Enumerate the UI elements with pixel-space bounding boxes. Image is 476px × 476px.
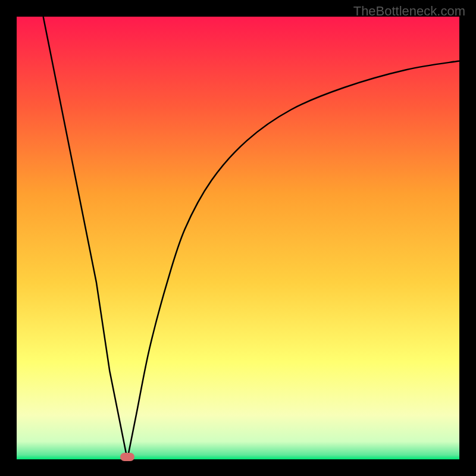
curve-right-branch: [127, 61, 459, 459]
curve-left-branch: [43, 17, 127, 459]
watermark-text: TheBottleneck.com: [353, 4, 465, 19]
minimum-marker: [120, 453, 134, 461]
chart-frame: [17, 17, 459, 459]
chart-curve: [17, 17, 459, 459]
